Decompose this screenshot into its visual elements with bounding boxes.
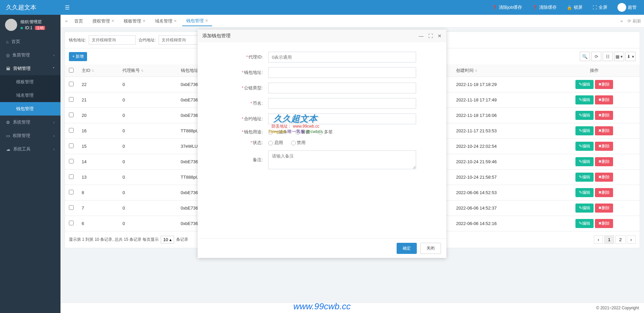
clear-job-button[interactable]: ❓清除job缓存 — [488, 0, 526, 15]
menu-toggle-icon[interactable]: ☰ — [61, 4, 74, 11]
lock-icon: 🔒 — [567, 5, 572, 10]
clear-cache-button[interactable]: ❓清除缓存 — [528, 0, 561, 15]
lock-button[interactable]: 🔒锁屏 — [563, 0, 587, 15]
expand-icon: ⛶ — [593, 5, 597, 10]
help-icon: ❓ — [492, 5, 497, 10]
help-icon: ❓ — [532, 5, 537, 10]
fullscreen-button[interactable]: ⛶全屏 — [589, 0, 611, 15]
user-menu[interactable]: 超管 — [613, 0, 641, 15]
topbar: 久久超文本 ☰ ❓清除job缓存 ❓清除缓存 🔒锁屏 ⛶全屏 超管 — [0, 0, 644, 15]
avatar — [617, 3, 626, 12]
brand-logo: 久久超文本 — [0, 3, 61, 11]
